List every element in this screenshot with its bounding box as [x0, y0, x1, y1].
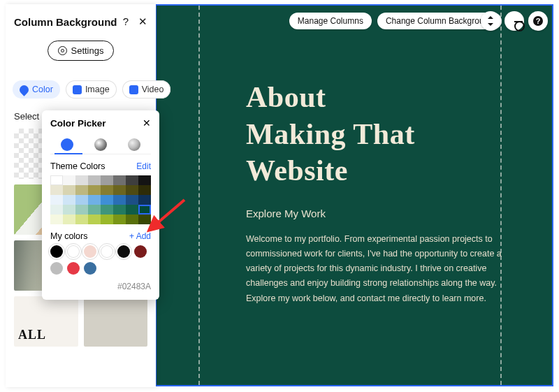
theme-swatch[interactable]	[101, 215, 113, 224]
theme-swatch[interactable]	[63, 215, 75, 224]
color-picker-popover: Color Picker ✕ Theme Colors Edit My colo…	[42, 110, 159, 300]
theme-swatch[interactable]	[101, 175, 113, 185]
theme-swatch[interactable]	[113, 175, 126, 185]
theme-swatch[interactable]	[50, 185, 63, 195]
mycolors-label: My colors	[50, 231, 87, 241]
theme-swatch[interactable]	[50, 205, 63, 215]
theme-swatch[interactable]	[101, 185, 113, 195]
video-icon	[129, 85, 138, 94]
theme-swatch[interactable]	[138, 185, 151, 195]
bg-type-tabs: Color Image Video	[6, 75, 156, 104]
theme-swatch[interactable]	[88, 215, 101, 224]
gear-icon	[58, 46, 67, 55]
theme-swatch[interactable]	[88, 195, 101, 205]
theme-swatch[interactable]	[138, 205, 151, 215]
theme-swatch[interactable]	[75, 195, 88, 205]
picker-close-button[interactable]: ✕	[143, 117, 151, 129]
svg-text:?: ?	[536, 17, 541, 25]
hero-body: Welcome to my portfolio. From experiment…	[246, 232, 504, 306]
hero-subheading: Explore My Work	[246, 208, 504, 219]
mycolor-swatch[interactable]	[134, 245, 147, 258]
theme-swatch[interactable]	[63, 185, 75, 195]
theme-swatch[interactable]	[50, 215, 63, 224]
image-icon	[73, 85, 82, 94]
theme-swatch[interactable]	[50, 195, 63, 205]
theme-swatch[interactable]	[75, 185, 88, 195]
theme-swatch[interactable]	[75, 205, 88, 215]
mycolors-add-link[interactable]: + Add	[129, 231, 151, 241]
tab-image[interactable]: Image	[66, 80, 117, 99]
hero-heading: About Making That Website	[246, 79, 504, 189]
theme-swatch[interactable]	[88, 185, 101, 195]
theme-swatch[interactable]	[63, 195, 75, 205]
help-button[interactable]: ?	[528, 11, 548, 31]
theme-swatch[interactable]	[138, 175, 151, 185]
theme-swatch[interactable]	[126, 205, 138, 215]
theme-swatch-grid	[50, 175, 151, 224]
theme-swatch[interactable]	[88, 205, 101, 215]
column-action-bar: Manage Columns Change Column Background	[289, 13, 502, 29]
theme-swatch[interactable]	[138, 195, 151, 205]
theme-swatch[interactable]	[126, 185, 138, 195]
mycolor-swatch[interactable]	[50, 262, 63, 275]
theme-swatch[interactable]	[75, 215, 88, 224]
bg-thumb[interactable]	[84, 296, 148, 347]
mycolor-swatch[interactable]	[84, 245, 96, 258]
hero-text-block[interactable]: About Making That Website Explore My Wor…	[246, 79, 504, 306]
theme-swatch[interactable]	[101, 195, 113, 205]
mycolors-row	[50, 245, 151, 275]
hex-readout: #02483A	[50, 282, 151, 291]
mycolor-swatch[interactable]	[50, 245, 63, 258]
mode-texture[interactable]	[128, 138, 140, 151]
theme-swatch[interactable]	[75, 175, 88, 185]
mode-gradient[interactable]	[94, 138, 107, 151]
theme-colors-label: Theme Colors	[50, 161, 106, 171]
mycolor-swatch[interactable]	[101, 245, 113, 258]
tab-video[interactable]: Video	[122, 80, 171, 99]
canvas-tool-buttons: ?	[481, 11, 548, 31]
theme-swatch[interactable]	[88, 175, 101, 185]
theme-swatch[interactable]	[113, 195, 126, 205]
settings-button[interactable]: Settings	[48, 41, 115, 61]
theme-swatch[interactable]	[50, 175, 63, 185]
theme-swatch[interactable]	[101, 205, 113, 215]
settings-label: Settings	[71, 45, 104, 56]
panel-close-button[interactable]: ✕	[138, 15, 147, 28]
panel-help-button[interactable]: ?	[123, 15, 129, 28]
mode-solid[interactable]	[61, 138, 73, 151]
manage-columns-button[interactable]: Manage Columns	[289, 13, 372, 29]
tab-color[interactable]: Color	[13, 80, 60, 99]
theme-swatch[interactable]	[126, 195, 138, 205]
mode-active-indicator	[55, 153, 82, 154]
panel-title: Column Background	[14, 16, 117, 28]
mycolor-swatch[interactable]	[67, 245, 80, 258]
mycolor-swatch[interactable]	[117, 245, 130, 258]
theme-swatch[interactable]	[113, 205, 126, 215]
column-canvas[interactable]: Manage Columns Change Column Background …	[155, 4, 553, 386]
theme-swatch[interactable]	[126, 215, 138, 224]
picker-title: Color Picker	[50, 118, 106, 129]
drop-icon	[17, 83, 30, 96]
theme-swatch[interactable]	[113, 185, 126, 195]
theme-swatch[interactable]	[63, 205, 75, 215]
bg-thumb-all[interactable]: ALL	[14, 296, 78, 347]
theme-swatch[interactable]	[113, 215, 126, 224]
mycolor-swatch[interactable]	[67, 262, 80, 275]
mycolor-swatch[interactable]	[84, 262, 96, 275]
theme-swatch[interactable]	[138, 215, 151, 224]
picker-mode-tabs	[50, 134, 151, 154]
layout-button[interactable]	[504, 11, 524, 31]
reorder-button[interactable]	[481, 11, 500, 31]
theme-swatch[interactable]	[126, 175, 138, 185]
theme-edit-link[interactable]: Edit	[136, 161, 151, 171]
theme-swatch[interactable]	[63, 175, 75, 185]
guide-line	[198, 6, 200, 385]
